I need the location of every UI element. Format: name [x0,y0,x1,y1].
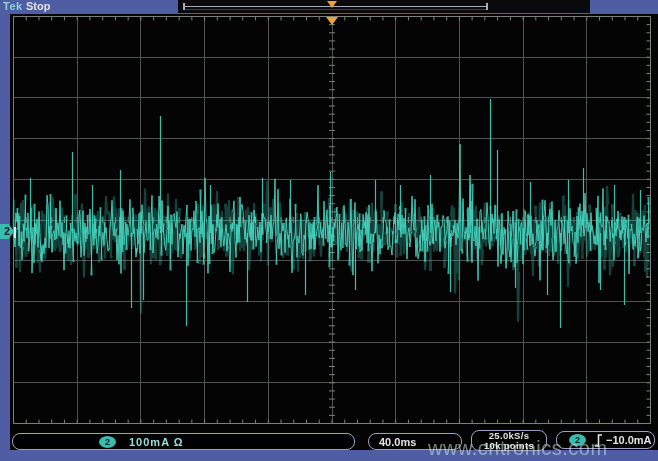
record-right-bracket [486,3,488,10]
waveform-canvas [0,0,658,461]
record-view-bar [178,0,590,13]
acquisition-status: Stop [26,0,50,12]
tek-logo: Tek [3,0,23,12]
channel2-scale-text: 100mA Ω [129,436,184,448]
record-left-bracket [183,3,185,10]
timebase-text: 40.0ms [379,436,416,448]
trigger-level-text: −10.0mA [606,434,652,446]
title-bar: Tek Stop [0,0,658,14]
channel2-zero-dash [14,227,16,238]
watermark-text: www.cntronics.com [428,437,608,460]
trigger-position-marker-icon [326,17,338,25]
channel2-marker-label: 2 [4,226,10,237]
channel2-scale-readout: 2 100mA Ω [12,433,355,450]
channel2-badge: 2 [99,436,116,448]
record-line-shadow [184,9,486,10]
oscilloscope-screen: Tek Stop 2 2 100mA Ω 40.0ms 25.0kS/s 10k… [0,0,658,461]
trigger-position-bar-icon [327,1,337,8]
